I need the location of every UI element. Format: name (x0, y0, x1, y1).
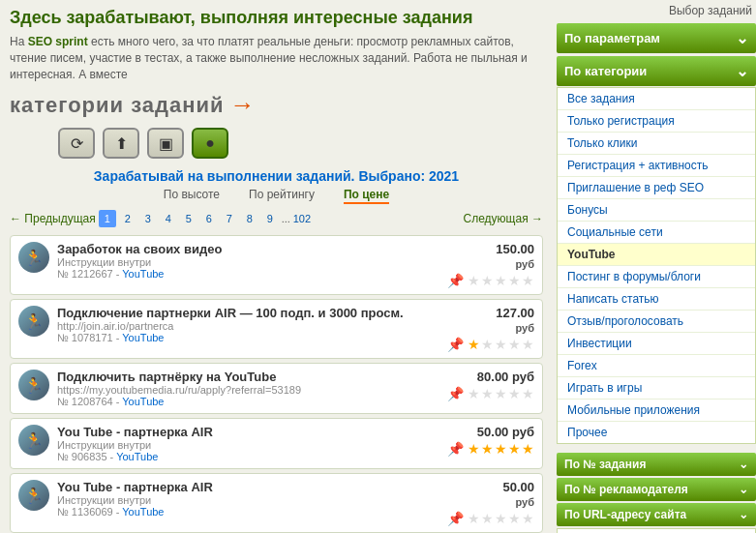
star-1[interactable]: ★ (468, 337, 480, 352)
task-subtitle: https://my.youtubemedia.ru/ru/apply?refe… (57, 384, 439, 396)
task-title[interactable]: Подключение партнерки AIR — 100 подп. и … (57, 306, 439, 320)
sidebar-item-invite-ref[interactable]: Приглашение в реф SEO (558, 177, 755, 199)
icon-btn-green[interactable]: ● (192, 128, 228, 159)
sidebar-item-review-vote[interactable]: Отзыв/проголосовать (558, 311, 755, 333)
pin-icon[interactable]: 📌 (447, 386, 464, 401)
page-4[interactable]: 4 (160, 210, 177, 227)
star-5[interactable]: ★ (522, 273, 534, 288)
star-2[interactable]: ★ (481, 337, 494, 352)
task-stars: ★ ★ ★ ★ ★ (468, 441, 534, 457)
icon-btn-refresh[interactable]: ⟳ (58, 128, 95, 159)
sidebar-item-register-only[interactable]: Только регистрация (558, 110, 755, 133)
task-avatar: 🏃 (18, 480, 49, 511)
pagination-prev[interactable]: ← Предыдущая (10, 212, 96, 225)
page-8[interactable]: 8 (241, 210, 258, 227)
task-title[interactable]: Подключить партнёрку на YouTube (57, 370, 439, 384)
task-avatar: 🏃 (18, 425, 49, 456)
page-2[interactable]: 2 (119, 210, 136, 227)
pagination-ellipsis: ... (282, 213, 290, 224)
star-5[interactable]: ★ (522, 441, 534, 457)
task-title[interactable]: Заработок на своих видео (57, 242, 439, 256)
star-3[interactable]: ★ (495, 511, 507, 526)
star-3[interactable]: ★ (495, 273, 507, 288)
star-3[interactable]: ★ (495, 386, 507, 401)
star-4[interactable]: ★ (508, 511, 521, 526)
star-4[interactable]: ★ (508, 337, 521, 352)
task-title[interactable]: You Tube - партнерка AIR (57, 480, 439, 494)
sidebar-btn-task-num-label: По № задания (564, 458, 646, 471)
task-source-link[interactable]: YouTube (122, 268, 164, 280)
sidebar-item-write-article[interactable]: Написать статью (558, 288, 755, 311)
pin-icon[interactable]: 📌 (447, 337, 464, 352)
task-avatar: 🏃 (18, 242, 49, 273)
task-item: 🏃 Заработок на своих видео Инструкции вн… (10, 235, 543, 295)
task-actions: 📌 ★ ★ ★ ★ ★ (447, 511, 534, 526)
description: На SEO sprint есть много чего, за что пл… (10, 34, 543, 82)
star-1[interactable]: ★ (468, 511, 480, 526)
page-102[interactable]: 102 (293, 210, 311, 227)
task-id: № 1136069 - YouTube (57, 506, 439, 518)
icon-btn-upload[interactable]: ⬆ (103, 128, 139, 159)
task-source-link[interactable]: YouTube (122, 396, 164, 407)
star-4[interactable]: ★ (508, 441, 521, 457)
task-source-link[interactable]: YouTube (116, 451, 158, 462)
chevron-down-icon: ⌄ (739, 483, 748, 496)
sidebar-item-clicks-only[interactable]: Только клики (558, 133, 755, 155)
page-1[interactable]: 1 (99, 210, 116, 227)
sidebar-item-other[interactable]: Прочее (558, 422, 755, 443)
star-2[interactable]: ★ (481, 386, 494, 401)
sidebar-item-social[interactable]: Социальные сети (558, 222, 755, 244)
star-4[interactable]: ★ (508, 273, 521, 288)
star-5[interactable]: ★ (522, 337, 534, 352)
page-5[interactable]: 5 (180, 210, 197, 227)
sidebar-item-games[interactable]: Играть в игры (558, 377, 755, 400)
sidebar-section-params: По параметрам ⌄ (557, 23, 756, 53)
sidebar-item-investments[interactable]: Инвестиции (558, 333, 755, 355)
sidebar-btn-category[interactable]: По категории ⌄ (557, 56, 756, 86)
pin-icon[interactable]: 📌 (447, 511, 464, 526)
pin-icon[interactable]: 📌 (447, 441, 464, 457)
page-7[interactable]: 7 (221, 210, 238, 227)
sidebar-btn-by-url[interactable]: По URL-адресу сайта ⌄ (557, 503, 756, 526)
star-2[interactable]: ★ (481, 273, 494, 288)
task-item: 🏃 You Tube - партнерка AIR Инструкции вн… (10, 418, 543, 469)
sort-tab-height[interactable]: По высоте (164, 188, 220, 204)
task-stars: ★ ★ ★ ★ ★ (468, 273, 534, 288)
task-price: 50.00 руб (477, 425, 534, 439)
sidebar-item-all[interactable]: Все задания (558, 88, 755, 110)
sidebar-item-youtube[interactable]: YouTube (558, 244, 755, 266)
star-1[interactable]: ★ (468, 386, 480, 401)
pin-icon[interactable]: 📌 (447, 273, 464, 288)
star-5[interactable]: ★ (522, 511, 534, 526)
page-9[interactable]: 9 (261, 210, 279, 227)
sort-tab-rating[interactable]: По рейтингу (249, 188, 315, 204)
sidebar-btn-params[interactable]: По параметрам ⌄ (557, 23, 756, 53)
task-list: 🏃 Заработок на своих видео Инструкции вн… (10, 235, 543, 533)
page-3[interactable]: 3 (139, 210, 157, 227)
sidebar-item-forex[interactable]: Forex (558, 355, 755, 377)
sidebar-btn-by-advertiser[interactable]: По № рекламодателя ⌄ (557, 478, 756, 501)
sidebar-btn-by-task-num[interactable]: По № задания ⌄ (557, 453, 756, 476)
star-3[interactable]: ★ (495, 441, 507, 457)
star-1[interactable]: ★ (468, 441, 480, 457)
star-1[interactable]: ★ (468, 273, 480, 288)
sidebar-item-forums[interactable]: Постинг в форумы/блоги (558, 266, 755, 288)
sort-tabs: По высоте По рейтингу По цене (10, 188, 543, 204)
star-2[interactable]: ★ (481, 511, 494, 526)
star-5[interactable]: ★ (522, 386, 534, 401)
star-3[interactable]: ★ (495, 337, 507, 352)
star-4[interactable]: ★ (508, 386, 521, 401)
sidebar-item-register-activity[interactable]: Регистрация + активность (558, 155, 755, 177)
icon-row: ⟳ ⬆ ▣ ● (58, 128, 543, 159)
task-title[interactable]: You Tube - партнерка AIR (57, 425, 439, 439)
page-6[interactable]: 6 (200, 210, 218, 227)
sort-tab-price[interactable]: По цене (344, 188, 389, 204)
star-2[interactable]: ★ (481, 441, 494, 457)
icon-btn-monitor[interactable]: ▣ (147, 128, 184, 159)
task-source-link[interactable]: YouTube (122, 506, 164, 518)
task-source-link[interactable]: YouTube (122, 332, 164, 343)
pagination-next[interactable]: Следующая → (464, 212, 543, 225)
sidebar-item-bonuses[interactable]: Бонусы (558, 199, 755, 222)
task-actions: 📌 ★ ★ ★ ★ ★ (447, 441, 534, 457)
sidebar-item-mobile[interactable]: Мобильные приложения (558, 400, 755, 422)
